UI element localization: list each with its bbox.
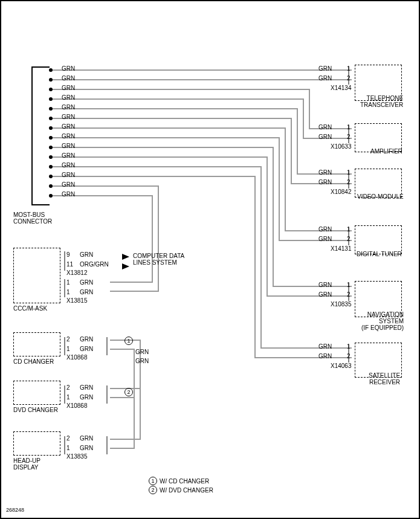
svg-point-10 <box>49 165 53 169</box>
pin-number: 1 <box>66 289 70 295</box>
connector-id: X14131 <box>331 245 351 252</box>
svg-point-13 <box>49 194 53 198</box>
pin-number: 1 <box>66 445 70 451</box>
connector-id: X13835 <box>66 453 87 460</box>
svg-point-4 <box>49 107 53 111</box>
wire-color: GRN <box>62 94 75 101</box>
module-label: AMPLIFIER <box>370 148 402 155</box>
svg-marker-15 <box>122 263 129 269</box>
wire-color: GRN <box>62 152 75 159</box>
head-up-display-label: HEAD-UP DISPLAY <box>13 457 40 471</box>
pin-color: GRN <box>318 179 332 185</box>
pin-number: 1 <box>347 226 351 233</box>
module-label: NAVIGATION SYSTEM (IF EQUIPPED) <box>361 311 404 331</box>
pin-color: GRN <box>80 289 93 295</box>
pin-number: 1 <box>66 279 70 286</box>
pin-number: 2 <box>347 134 351 140</box>
module-cd-changer <box>13 332 60 356</box>
module-head-up-display <box>13 431 60 456</box>
pin-color: GRN <box>318 343 332 350</box>
wire-color: GRN <box>62 123 75 130</box>
svg-point-12 <box>49 184 53 188</box>
pin-number: 2 <box>347 353 351 359</box>
wiring-diagram: MOST-BUS CONNECTOR <box>0 0 420 519</box>
pin-number: 1 <box>347 282 351 288</box>
ref-1-icon: 1 <box>124 337 133 345</box>
wire-color: GRN <box>62 162 75 169</box>
svg-point-11 <box>49 175 53 178</box>
pin-color: GRN <box>318 236 332 242</box>
module-label: SATELLITE RECEIVER <box>369 372 400 385</box>
pin-number: 2 <box>66 336 70 343</box>
svg-point-6 <box>49 126 53 130</box>
note-1: W/ CD CHANGER <box>160 478 209 485</box>
pin-color: GRN <box>80 251 93 258</box>
pin-number: 1 <box>347 169 351 176</box>
module-ccc-mask <box>13 248 60 303</box>
pin-color: GRN <box>318 226 332 233</box>
pin-number: 1 <box>347 343 351 350</box>
svg-point-9 <box>49 155 53 159</box>
svg-point-1 <box>49 78 53 82</box>
module-label: VIDEO MODULE <box>357 193 404 200</box>
pin-color: GRN <box>318 291 332 298</box>
connector-id: X13812 <box>66 269 87 276</box>
pin-color: GRN <box>318 282 332 288</box>
pin-color: GRN <box>318 124 332 131</box>
module-digital-tuner <box>355 225 402 254</box>
pin-color: GRN <box>80 384 93 391</box>
pin-color: GRN <box>318 75 332 82</box>
ref-1-icon: 1 <box>149 477 157 485</box>
pin-number: 1 <box>66 394 70 401</box>
svg-point-3 <box>49 97 53 101</box>
svg-marker-14 <box>122 254 129 260</box>
wire-color: GRN <box>62 133 75 140</box>
connector-id: X13815 <box>66 297 87 304</box>
pin-number: 2 <box>347 236 351 242</box>
dvd-changer-label: DVD CHANGER <box>13 407 58 413</box>
wire-color: GRN <box>62 65 75 72</box>
connector-id: X10842 <box>331 189 351 195</box>
wire-color: GRN <box>62 85 75 91</box>
pin-color: GRN <box>80 394 93 401</box>
module-dvd-changer <box>13 381 60 405</box>
mid-color: GRN <box>135 358 149 364</box>
pin-number: 2 <box>66 384 70 391</box>
pin-number: 11 <box>66 261 73 268</box>
pin-color: GRN <box>318 169 332 176</box>
pin-color: GRN <box>80 279 93 286</box>
pin-color: GRN <box>318 134 332 140</box>
connector-id: X10868 <box>66 354 87 361</box>
pin-color: GRN <box>318 353 332 359</box>
pin-number: 2 <box>347 179 351 185</box>
pin-number: 1 <box>347 124 351 131</box>
pin-color: ORG/GRN <box>80 261 109 268</box>
computer-data-lines-label: COMPUTER DATA LINES SYSTEM <box>133 253 184 266</box>
connector-id: X14134 <box>331 85 351 91</box>
pin-number: 2 <box>66 435 70 442</box>
module-label: DIGITAL TUNER <box>357 251 402 257</box>
pin-number: 2 <box>347 75 351 82</box>
pin-number: 1 <box>347 65 351 72</box>
connector-id: X10633 <box>331 143 351 150</box>
figure-number: 268248 <box>6 508 24 514</box>
svg-point-7 <box>49 136 53 140</box>
module-label: TELEPHONE TRANSCEIVER <box>360 95 403 108</box>
connector-id: X14063 <box>331 363 351 369</box>
svg-point-8 <box>49 146 53 149</box>
wire-color: GRN <box>62 172 75 178</box>
ref-2-icon: 2 <box>149 486 157 494</box>
pin-color: GRN <box>80 346 93 352</box>
connector-id: X10868 <box>66 402 87 409</box>
svg-point-2 <box>49 88 53 91</box>
wire-color: GRN <box>62 75 75 82</box>
cd-changer-label: CD CHANGER <box>13 358 54 365</box>
ccc-mask-label: CCC/M-ASK <box>13 305 47 312</box>
svg-point-0 <box>49 68 53 72</box>
wire-color: GRN <box>62 114 75 120</box>
pin-color: GRN <box>80 435 93 442</box>
ref-2-icon: 2 <box>124 388 133 396</box>
wire-color: GRN <box>62 191 75 198</box>
mid-color: GRN <box>135 349 149 355</box>
pin-number: 1 <box>66 346 70 352</box>
